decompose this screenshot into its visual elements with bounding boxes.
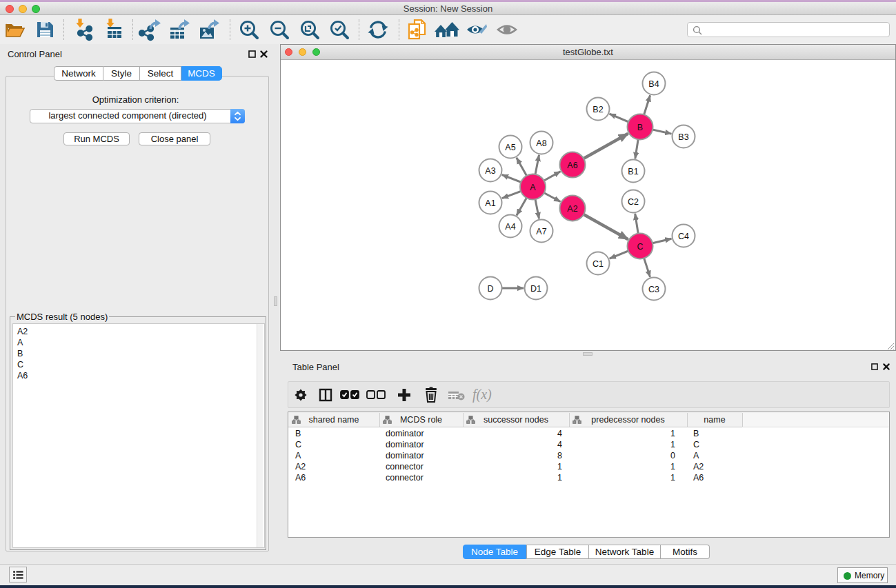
svg-text:A2: A2 — [567, 204, 577, 214]
svg-text:A7: A7 — [536, 227, 546, 236]
svg-text:B4: B4 — [648, 79, 659, 89]
svg-text:B3: B3 — [678, 132, 688, 142]
svg-text:B: B — [637, 123, 643, 132]
svg-text:D: D — [487, 284, 493, 294]
svg-text:C1: C1 — [593, 259, 604, 269]
svg-text:C2: C2 — [628, 197, 639, 207]
svg-text:C: C — [637, 242, 643, 252]
svg-text:B2: B2 — [593, 105, 603, 114]
svg-text:A3: A3 — [485, 166, 495, 176]
svg-text:C4: C4 — [678, 232, 689, 241]
svg-text:A8: A8 — [536, 139, 546, 148]
svg-text:f(x): f(x) — [472, 387, 492, 403]
svg-text:A6: A6 — [567, 161, 577, 170]
svg-text:A1: A1 — [485, 199, 495, 208]
svg-text:C3: C3 — [648, 285, 659, 294]
svg-text:A: A — [530, 183, 536, 192]
svg-text:D1: D1 — [530, 284, 541, 294]
svg-text:A4: A4 — [505, 222, 515, 232]
svg-text:A5: A5 — [505, 143, 515, 152]
svg-text:B1: B1 — [628, 167, 638, 176]
